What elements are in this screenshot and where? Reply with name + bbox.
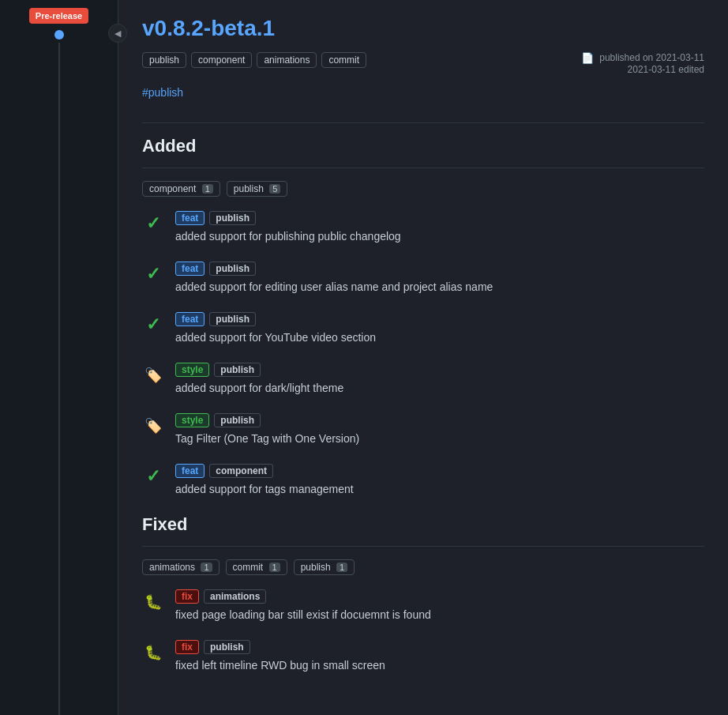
entry-icon-tag-1: 🏷️ — [142, 364, 164, 386]
entry-tags-2: feat publish — [175, 262, 704, 276]
entry-icon-bug-2: 🐛 — [142, 642, 164, 664]
fixed-text-2: fixed left timeline RWD bug in small scr… — [175, 659, 704, 672]
sidebar: Pre-release ◀ — [0, 0, 118, 715]
app-layout: Pre-release ◀ v0.8.2-beta.1 publish comp… — [0, 0, 728, 715]
badge-feat-2[interactable]: feat — [175, 262, 205, 276]
published-date: published on 2021-03-11 — [599, 52, 704, 63]
entry-icon-check-2: ✓ — [142, 263, 164, 285]
checkmark-icon-3: ✓ — [146, 314, 160, 335]
header-tags: publish component animations commit — [142, 52, 366, 68]
badge-feat-3[interactable]: feat — [175, 312, 205, 326]
added-entry-3: ✓ feat publish added support for YouTube… — [142, 312, 704, 344]
bug-icon-2: 🐛 — [144, 644, 162, 661]
filter-animations[interactable]: animations 1 — [142, 559, 220, 575]
entry-tags-1: feat publish — [175, 211, 704, 225]
entry-tags-3: feat publish — [175, 312, 704, 326]
release-meta: publish component animations commit 📄 pu… — [142, 52, 704, 75]
bug-icon-1: 🐛 — [144, 593, 162, 611]
entry-content-3: feat publish added support for YouTube v… — [175, 312, 704, 344]
entry-tags-4: style publish — [175, 363, 704, 377]
entry-icon-check-3: ✓ — [142, 314, 164, 336]
added-entry-6: ✓ feat component added support for tags … — [142, 464, 704, 495]
added-entry-4: 🏷️ style publish added support for dark/… — [142, 363, 704, 394]
entry-icon-check-6: ✓ — [142, 465, 164, 487]
tag-icon-1: 🏷️ — [144, 367, 162, 384]
badge-fix-2[interactable]: fix — [175, 640, 199, 654]
badge-feat[interactable]: feat — [175, 211, 205, 225]
badge-animations-1[interactable]: animations — [204, 589, 266, 604]
entry-text-2: added support for editing user alias nam… — [175, 280, 704, 293]
badge-publish-3[interactable]: publish — [209, 312, 256, 326]
entry-icon-check: ✓ — [142, 213, 164, 235]
badge-fix-1[interactable]: fix — [175, 589, 199, 604]
entry-content-1: feat publish added support for publishin… — [175, 211, 704, 243]
added-section-title: Added — [142, 136, 704, 156]
badge-publish-2[interactable]: publish — [209, 262, 256, 276]
fixed-tags-2: fix publish — [175, 640, 704, 654]
entry-content-4: style publish added support for dark/lig… — [175, 363, 704, 394]
release-title: v0.8.2-beta.1 — [142, 16, 704, 41]
sidebar-dot — [54, 30, 64, 40]
entry-text-4: added support for dark/light theme — [175, 382, 704, 394]
checkmark-icon: ✓ — [146, 213, 160, 234]
fixed-text-1: fixed page loading bar still exist if do… — [175, 608, 704, 621]
entry-tags-5: style publish — [175, 413, 704, 427]
added-entry-2: ✓ feat publish added support for editing… — [142, 262, 704, 293]
tag-publish[interactable]: publish — [142, 52, 186, 68]
badge-publish-4[interactable]: publish — [214, 363, 261, 377]
header-divider — [142, 122, 704, 123]
pre-release-button[interactable]: Pre-release — [29, 8, 88, 24]
edited-date: 2021-03-11 edited — [628, 64, 704, 75]
entry-text-6: added support for tags management — [175, 483, 704, 495]
entry-tags-6: feat component — [175, 464, 704, 478]
filter-publish[interactable]: publish 5 — [227, 181, 288, 197]
added-entry-5: 🏷️ style publish Tag Filter (One Tag wit… — [142, 413, 704, 445]
fixed-entry-2: 🐛 fix publish fixed left timeline RWD bu… — [142, 640, 704, 672]
sidebar-collapse-button[interactable]: ◀ — [108, 24, 127, 43]
fixed-tags-1: fix animations — [175, 589, 704, 604]
filter-commit[interactable]: commit 1 — [226, 559, 287, 575]
fixed-content-1: fix animations fixed page loading bar st… — [175, 589, 704, 621]
entry-content-6: feat component added support for tags ma… — [175, 464, 704, 495]
fixed-entry-1: 🐛 fix animations fixed page loading bar … — [142, 589, 704, 621]
entry-text-3: added support for YouTube video section — [175, 331, 704, 344]
filter-component[interactable]: component 1 — [142, 181, 220, 197]
fixed-content-2: fix publish fixed left timeline RWD bug … — [175, 640, 704, 672]
filter-publish-fixed[interactable]: publish 1 — [294, 559, 355, 575]
entry-content-5: style publish Tag Filter (One Tag with O… — [175, 413, 704, 445]
fixed-section: Fixed animations 1 commit 1 publish 1 — [142, 514, 704, 672]
added-divider — [142, 167, 704, 168]
added-section: Added component 1 publish 5 ✓ — [142, 136, 704, 495]
badge-style-2[interactable]: style — [175, 413, 209, 427]
fixed-divider — [142, 546, 704, 547]
badge-publish-fixed-2[interactable]: publish — [204, 640, 250, 654]
badge-style-1[interactable]: style — [175, 363, 209, 377]
checkmark-icon-2: ✓ — [146, 264, 160, 284]
pdf-icon: 📄 — [581, 52, 594, 64]
added-entry-1: ✓ feat publish added support for publish… — [142, 211, 704, 243]
badge-publish-5[interactable]: publish — [214, 413, 261, 427]
tag-component[interactable]: component — [191, 52, 252, 68]
entry-text-1: added support for publishing public chan… — [175, 230, 704, 243]
entry-content-2: feat publish added support for editing u… — [175, 262, 704, 293]
entry-text-5: Tag Filter (One Tag with One Version) — [175, 432, 704, 445]
publish-link[interactable]: #publish — [142, 86, 183, 99]
release-header: v0.8.2-beta.1 publish component animatio… — [142, 16, 704, 123]
fixed-section-title: Fixed — [142, 514, 704, 535]
tag-commit[interactable]: commit — [321, 52, 366, 68]
release-meta-right: 📄 published on 2021-03-11 2021-03-11 edi… — [581, 52, 704, 75]
checkmark-icon-6: ✓ — [146, 466, 160, 487]
badge-feat-6[interactable]: feat — [175, 464, 205, 478]
fixed-filters: animations 1 commit 1 publish 1 — [142, 559, 704, 575]
added-filters: component 1 publish 5 — [142, 181, 704, 197]
badge-component-6[interactable]: component — [209, 464, 273, 478]
entry-icon-tag-2: 🏷️ — [142, 415, 164, 437]
sidebar-line — [58, 43, 60, 715]
tag-icon-2: 🏷️ — [144, 417, 162, 435]
badge-publish[interactable]: publish — [209, 211, 256, 225]
tag-animations[interactable]: animations — [257, 52, 317, 68]
entry-icon-bug-1: 🐛 — [142, 591, 164, 613]
main-content: v0.8.2-beta.1 publish component animatio… — [118, 0, 728, 715]
